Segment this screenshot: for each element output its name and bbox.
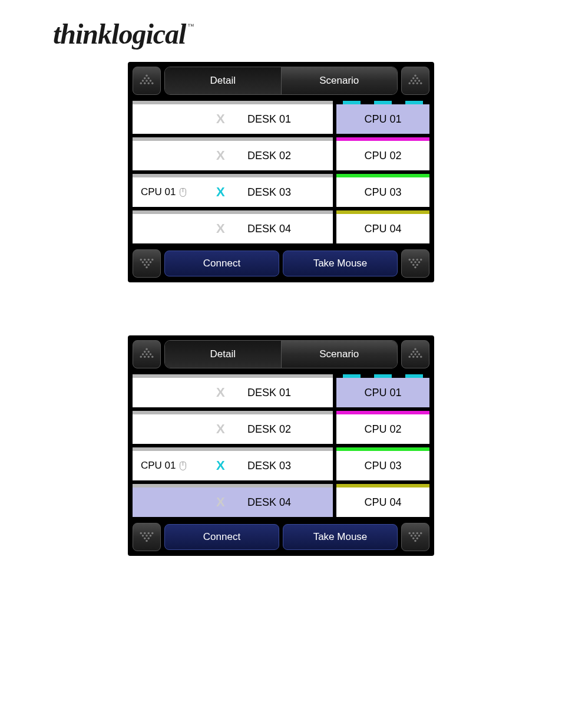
svg-point-18 (416, 83, 418, 84)
desk-cell[interactable]: CPU 01 XDESK 03 (133, 174, 333, 207)
desk-cell[interactable]: XDESK 01 (133, 101, 333, 134)
desk-cell[interactable]: XDESK 04 (133, 484, 333, 517)
connect-button[interactable]: Connect (164, 251, 279, 276)
connect-button[interactable]: Connect (164, 524, 279, 550)
tab-scenario[interactable]: Scenario (282, 341, 398, 368)
desk-cpu-grid: XDESK 01CPU 01XDESK 02CPU 02CPU 01 XDESK… (133, 374, 429, 517)
svg-point-36 (418, 261, 420, 263)
trademark-symbol: ™ (187, 22, 194, 29)
cpu-cell[interactable]: CPU 02 (336, 411, 429, 444)
disconnect-x-icon[interactable]: X (216, 385, 225, 400)
svg-point-13 (411, 80, 412, 81)
disconnect-x-icon[interactable]: X (216, 111, 225, 127)
nav-down-left-button[interactable] (133, 523, 161, 551)
svg-point-9 (151, 83, 153, 84)
cpu-cell[interactable]: CPU 01 (336, 374, 429, 407)
cpu-cell[interactable]: CPU 03 (336, 174, 429, 207)
svg-point-44 (146, 353, 147, 355)
take-mouse-button[interactable]: Take Mouse (283, 251, 398, 276)
connect-label: Connect (203, 531, 240, 543)
svg-point-55 (418, 353, 420, 355)
desk-cell[interactable]: XDESK 04 (133, 210, 333, 243)
svg-point-39 (414, 266, 416, 268)
desk-cell[interactable]: XDESK 02 (133, 137, 333, 170)
svg-point-27 (144, 263, 146, 265)
svg-point-30 (409, 259, 411, 261)
svg-point-54 (414, 353, 416, 355)
svg-point-33 (420, 259, 422, 261)
svg-point-67 (144, 537, 146, 539)
triangle-up-icon (408, 73, 423, 88)
svg-point-57 (412, 356, 414, 358)
svg-point-76 (418, 535, 420, 536)
desk-label: DESK 01 (247, 113, 291, 126)
svg-point-31 (412, 259, 414, 261)
svg-point-11 (412, 77, 414, 79)
tab-scenario-label: Scenario (319, 75, 359, 87)
nav-down-right-button[interactable] (401, 249, 429, 278)
svg-point-78 (416, 537, 418, 539)
cpu-cell[interactable]: CPU 03 (336, 447, 429, 480)
mouse-icon (180, 462, 186, 470)
cpu-cell[interactable]: CPU 01 (336, 101, 429, 134)
svg-point-17 (412, 83, 414, 84)
tab-detail[interactable]: Detail (165, 67, 282, 94)
triangle-up-icon (139, 347, 154, 362)
svg-point-35 (414, 261, 416, 263)
triangle-up-icon (139, 73, 154, 88)
nav-up-left-button[interactable] (133, 67, 161, 95)
nav-down-right-button[interactable] (401, 523, 429, 551)
tab-detail-label: Detail (210, 75, 236, 87)
disconnect-x-icon[interactable]: X (216, 458, 225, 473)
cpu-label: CPU 02 (364, 423, 401, 436)
svg-point-41 (144, 351, 146, 353)
tab-detail-label: Detail (210, 348, 236, 360)
svg-point-38 (416, 263, 418, 265)
svg-point-34 (411, 261, 412, 263)
svg-point-53 (411, 353, 412, 355)
svg-point-77 (412, 537, 414, 539)
svg-point-49 (151, 356, 153, 358)
desk-cell[interactable]: XDESK 02 (133, 411, 333, 444)
cpu-label: CPU 01 (364, 113, 401, 126)
disconnect-x-icon[interactable]: X (216, 221, 225, 236)
disconnect-x-icon[interactable]: X (216, 421, 225, 437)
svg-point-32 (416, 259, 418, 261)
cpu-cell[interactable]: CPU 04 (336, 484, 429, 517)
desk-cell[interactable]: XDESK 01 (133, 374, 333, 407)
nav-up-right-button[interactable] (401, 67, 429, 95)
tab-scenario-label: Scenario (319, 348, 359, 360)
connected-cpu-label: CPU 01 (141, 186, 186, 198)
svg-point-64 (142, 535, 144, 536)
disconnect-x-icon[interactable]: X (216, 148, 225, 163)
desk-label: DESK 04 (247, 223, 291, 235)
disconnect-x-icon[interactable]: X (216, 495, 225, 510)
nav-down-left-button[interactable] (133, 249, 161, 278)
desk-label: DESK 03 (247, 186, 291, 199)
desk-label: DESK 02 (247, 423, 291, 436)
cpu-cell[interactable]: CPU 04 (336, 210, 429, 243)
brand-logo: thinklogical™ (0, 12, 562, 62)
nav-up-right-button[interactable] (401, 340, 429, 368)
svg-point-56 (409, 356, 411, 358)
take-mouse-button[interactable]: Take Mouse (283, 524, 398, 550)
tab-scenario[interactable]: Scenario (282, 67, 398, 94)
grid-row: XDESK 01CPU 01 (133, 101, 429, 134)
cpu-accent-dashes (336, 374, 429, 378)
svg-point-72 (416, 532, 418, 534)
tab-detail[interactable]: Detail (165, 341, 282, 368)
nav-up-left-button[interactable] (133, 340, 161, 368)
svg-point-6 (140, 83, 142, 84)
svg-point-58 (416, 356, 418, 358)
triangle-up-icon (408, 347, 423, 362)
desk-cell[interactable]: CPU 01 XDESK 03 (133, 447, 333, 480)
take-mouse-label: Take Mouse (313, 258, 368, 269)
cpu-accent-dashes (336, 101, 429, 104)
svg-point-0 (146, 75, 147, 77)
mouse-icon (180, 188, 186, 197)
svg-point-37 (412, 263, 414, 265)
disconnect-x-icon[interactable]: X (216, 185, 225, 200)
grid-row: XDESK 02CPU 02 (133, 137, 429, 170)
svg-point-62 (148, 532, 150, 534)
cpu-cell[interactable]: CPU 02 (336, 137, 429, 170)
